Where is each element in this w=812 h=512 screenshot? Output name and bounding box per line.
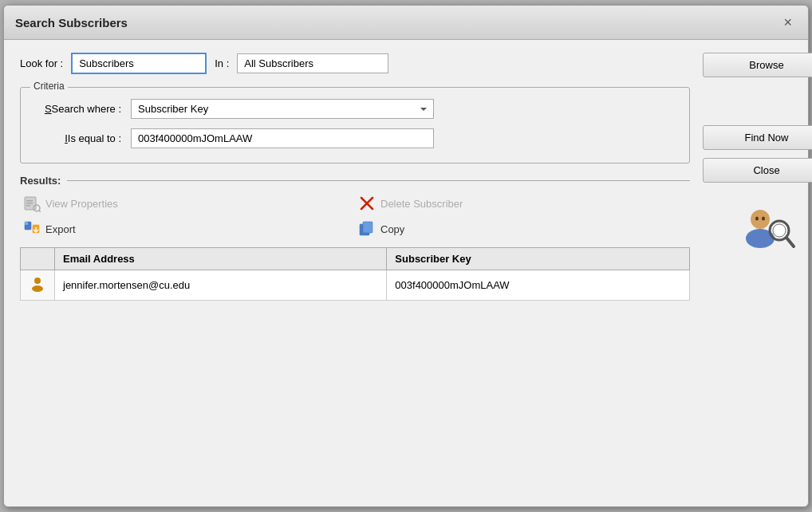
search-where-select-wrapper: Subscriber Key Email Address [131, 99, 434, 119]
search-where-row: SSearch where : Subscriber Key Email Add… [34, 99, 676, 119]
person-search-area [703, 197, 812, 261]
copy-label: Copy [380, 223, 404, 235]
delete-icon [358, 195, 376, 212]
person-icon [29, 275, 46, 293]
svg-point-19 [762, 217, 765, 221]
in-label: In : [215, 57, 229, 69]
results-section: Results: [20, 175, 690, 301]
svg-point-18 [755, 217, 759, 221]
results-label: Results: [20, 175, 690, 187]
svg-point-14 [34, 278, 41, 284]
look-for-input[interactable] [71, 53, 207, 74]
copy-icon [358, 220, 376, 238]
svg-rect-3 [26, 205, 30, 207]
delete-subscriber-button[interactable]: Delete Subscriber [355, 193, 690, 214]
view-properties-button[interactable]: View Properties [20, 193, 355, 214]
is-equal-to-label: IIs equal to : [34, 132, 121, 144]
close-button[interactable]: Close [703, 158, 812, 183]
search-where-select[interactable]: Subscriber Key Email Address [131, 99, 434, 119]
criteria-box: Criteria SSearch where : Subscriber Key … [20, 87, 690, 163]
svg-line-5 [39, 211, 41, 212]
dialog-close-button[interactable]: × [778, 14, 797, 31]
action-col-left: View Properties [20, 193, 355, 239]
row-icon-cell [21, 270, 55, 301]
search-where-label: SSearch where : [34, 103, 121, 115]
dialog-title: Search Subscribers [15, 16, 128, 30]
view-properties-label: View Properties [45, 198, 118, 210]
browse-button[interactable]: Browse [703, 53, 812, 77]
dialog-body: Look for : In : Criteria SSearch where :… [4, 40, 808, 313]
results-actions: View Properties [20, 193, 690, 239]
results-table: Email Address Subscriber Key [20, 247, 690, 301]
person-search-icon [735, 197, 798, 261]
criteria-legend: Criteria [30, 81, 68, 92]
dialog-titlebar: Search Subscribers × [4, 6, 808, 40]
lookup-row: Look for : In : [20, 53, 690, 74]
right-panel: Browse Find Now Close [703, 53, 812, 301]
find-now-button[interactable]: Find Now [703, 125, 812, 150]
svg-rect-2 [26, 203, 33, 204]
left-panel: Look for : In : Criteria SSearch where :… [20, 53, 690, 301]
col-header-subscriber-key: Subscriber Key [387, 248, 690, 270]
in-input[interactable] [237, 53, 388, 73]
svg-rect-7 [25, 222, 28, 225]
col-header-email: Email Address [55, 248, 387, 270]
view-properties-icon [23, 195, 41, 212]
action-col-right: Delete Subscriber Copy [355, 193, 690, 239]
look-for-label: Look for : [20, 57, 63, 69]
search-where-underline: S [45, 103, 52, 115]
col-header-icon [21, 248, 55, 270]
export-button[interactable]: Export [20, 219, 355, 239]
delete-subscriber-label: Delete Subscriber [380, 198, 463, 210]
copy-button[interactable]: Copy [355, 219, 690, 239]
svg-point-17 [751, 210, 770, 229]
row-email: jennifer.mortensen@cu.edu [55, 270, 387, 301]
search-subscribers-dialog: Search Subscribers × Look for : In : Cri… [3, 5, 809, 507]
is-equal-to-row: IIs equal to : [34, 128, 676, 148]
svg-rect-13 [363, 222, 372, 233]
row-subscriber-key: 003f400000mJOmLAAW [387, 270, 690, 301]
export-icon [23, 220, 41, 238]
svg-rect-1 [26, 200, 33, 202]
export-label: Export [45, 223, 76, 235]
table-row[interactable]: jennifer.mortensen@cu.edu 003f400000mJOm… [21, 270, 690, 301]
svg-point-21 [773, 224, 786, 237]
table-header-row: Email Address Subscriber Key [21, 248, 690, 270]
svg-line-22 [786, 238, 794, 246]
is-equal-to-input[interactable] [131, 128, 434, 148]
svg-point-15 [32, 286, 43, 292]
